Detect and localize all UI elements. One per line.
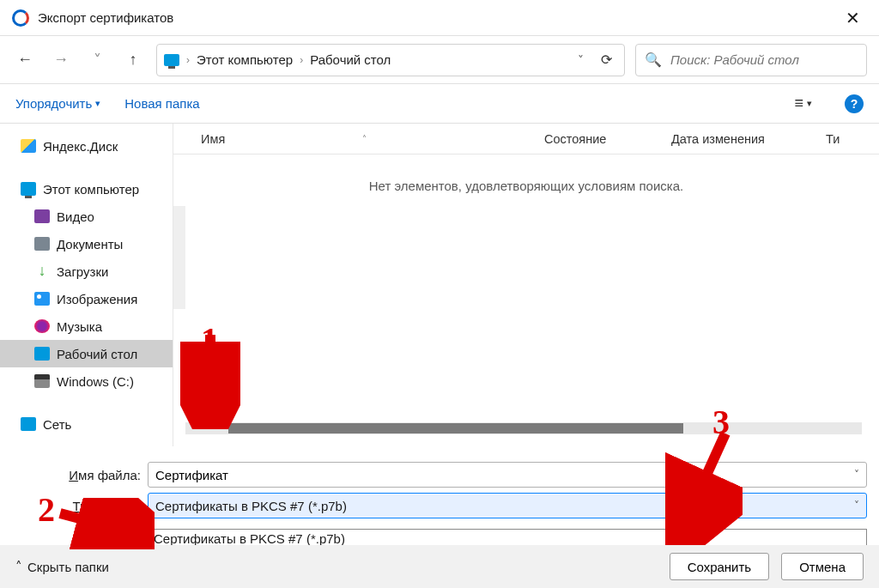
- column-state[interactable]: Состояние: [544, 132, 671, 146]
- back-button[interactable]: ←: [12, 47, 38, 73]
- sidebar-item-yandex-disk[interactable]: Яндекс.Диск: [0, 132, 173, 160]
- sidebar-label: Музыка: [57, 319, 102, 334]
- downloads-icon: ↓: [34, 264, 50, 278]
- monitor-icon: [164, 54, 179, 66]
- sidebar-label: Windows (C:): [57, 374, 134, 389]
- sidebar: Яндекс.Диск Этот компьютер Видео Докумен…: [0, 124, 173, 446]
- filename-label: Имя файла:: [12, 468, 148, 482]
- column-name[interactable]: Имя˄: [201, 132, 544, 146]
- help-button[interactable]: ?: [845, 94, 864, 113]
- forward-button[interactable]: →: [48, 47, 74, 73]
- column-label: Имя: [201, 132, 225, 146]
- sidebar-label: Документы: [57, 237, 123, 252]
- newfolder-label: Новая папка: [124, 96, 199, 111]
- annotation-arrow-1: [180, 326, 240, 429]
- chevron-down-icon[interactable]: ˅: [854, 500, 859, 512]
- close-icon[interactable]: ✕: [839, 4, 867, 32]
- recent-locations-caret[interactable]: ˅: [84, 47, 110, 73]
- app-icon: [12, 9, 29, 27]
- svg-line-1: [60, 513, 137, 534]
- chevron-down-icon: ▾: [95, 98, 100, 109]
- file-list-header: Имя˄ Состояние Дата изменения Ти: [173, 124, 879, 155]
- sidebar-item-documents[interactable]: Документы: [0, 230, 173, 258]
- sidebar-label: Загрузки: [57, 264, 108, 279]
- hide-folders-link[interactable]: ˄ Скрыть папки: [15, 559, 109, 574]
- network-icon: [21, 417, 36, 431]
- documents-icon: [34, 237, 50, 251]
- chevron-down-icon: ▾: [807, 98, 812, 109]
- column-date[interactable]: Дата изменения: [671, 132, 826, 146]
- chevron-down-icon[interactable]: ˅: [854, 469, 859, 481]
- hide-folders-label: Скрыть папки: [27, 560, 109, 574]
- toolbar: Упорядочить ▾ Новая папка ≡ ▾ ?: [0, 84, 879, 124]
- new-folder-button[interactable]: Новая папка: [124, 96, 199, 111]
- annotation-arrow-2: [52, 498, 155, 549]
- view-menu[interactable]: ≡ ▾: [794, 94, 812, 112]
- titlebar: Экспорт сертификатов ✕: [0, 0, 879, 36]
- breadcrumb-pc[interactable]: Этот компьютер: [197, 52, 293, 67]
- filename-input[interactable]: [155, 468, 854, 482]
- chevron-right-icon: ›: [186, 54, 190, 66]
- sidebar-item-downloads[interactable]: ↓Загрузки: [0, 258, 173, 285]
- desktop-icon: [34, 347, 50, 361]
- scrollbar-thumb[interactable]: [228, 423, 683, 433]
- sidebar-item-this-pc[interactable]: Этот компьютер: [0, 175, 173, 203]
- annotation-arrow-3: [665, 425, 743, 545]
- up-button[interactable]: ↑: [120, 47, 146, 73]
- organize-menu[interactable]: Упорядочить ▾: [15, 96, 100, 111]
- column-type[interactable]: Ти: [826, 132, 879, 146]
- refresh-icon[interactable]: ⟳: [596, 52, 617, 68]
- svg-line-2: [682, 433, 725, 528]
- list-view-icon: ≡: [794, 94, 803, 112]
- video-icon: [34, 209, 50, 223]
- filetype-combobox[interactable]: Сертификаты в PKCS #7 (*.p7b) ˅: [148, 493, 867, 518]
- sidebar-item-images[interactable]: Изображения: [0, 285, 173, 312]
- sidebar-label: Рабочий стол: [57, 347, 137, 361]
- address-bar-row: ← → ˅ ↑ › Этот компьютер › Рабочий стол …: [0, 36, 879, 84]
- sidebar-label: Видео: [57, 209, 94, 224]
- sidebar-label: Этот компьютер: [43, 182, 139, 197]
- sidebar-item-desktop[interactable]: Рабочий стол: [0, 340, 173, 367]
- yandex-disk-icon: [21, 139, 36, 153]
- sidebar-label: Сеть: [43, 417, 71, 432]
- breadcrumb-bar[interactable]: › Этот компьютер › Рабочий стол ˅ ⟳: [156, 44, 625, 76]
- file-area: Имя˄ Состояние Дата изменения Ти Нет эле…: [173, 124, 879, 446]
- window-title: Экспорт сертификатов: [38, 10, 173, 25]
- sort-caret-icon: ˄: [362, 134, 367, 143]
- vertical-scrollbar[interactable]: [173, 206, 185, 309]
- sidebar-item-video[interactable]: Видео: [0, 203, 173, 230]
- search-box[interactable]: 🔍: [635, 44, 867, 76]
- sidebar-item-music[interactable]: Музыка: [0, 312, 173, 340]
- breadcrumb-desktop[interactable]: Рабочий стол: [310, 52, 391, 67]
- music-icon: [34, 319, 50, 333]
- sidebar-item-drive-c[interactable]: Windows (C:): [0, 367, 173, 395]
- footer: ˄ Скрыть папки Сохранить Отмена: [0, 545, 879, 588]
- filename-label-text: мя файла:: [78, 468, 141, 482]
- sidebar-item-network[interactable]: Сеть: [0, 410, 173, 438]
- pc-icon: [21, 182, 36, 196]
- filetype-value: Сертификаты в PKCS #7 (*.p7b): [155, 499, 347, 513]
- empty-message: Нет элементов, удовлетворяющих условиям …: [173, 179, 879, 193]
- chevron-up-icon: ˄: [15, 559, 22, 574]
- sidebar-label: Яндекс.Диск: [43, 139, 118, 154]
- horizontal-scrollbar[interactable]: [185, 422, 862, 434]
- save-button[interactable]: Сохранить: [670, 553, 770, 580]
- body: Яндекс.Диск Этот компьютер Видео Докумен…: [0, 124, 879, 446]
- search-input[interactable]: [670, 52, 858, 67]
- filename-field[interactable]: ˅: [148, 462, 867, 488]
- drive-icon: [34, 374, 50, 388]
- search-icon: 🔍: [645, 52, 662, 68]
- sidebar-label: Изображения: [57, 292, 137, 306]
- organize-label: Упорядочить: [15, 96, 92, 111]
- path-dropdown-caret[interactable]: ˅: [573, 53, 589, 67]
- cancel-button[interactable]: Отмена: [781, 553, 864, 580]
- chevron-right-icon: ›: [300, 54, 303, 66]
- images-icon: [34, 292, 50, 306]
